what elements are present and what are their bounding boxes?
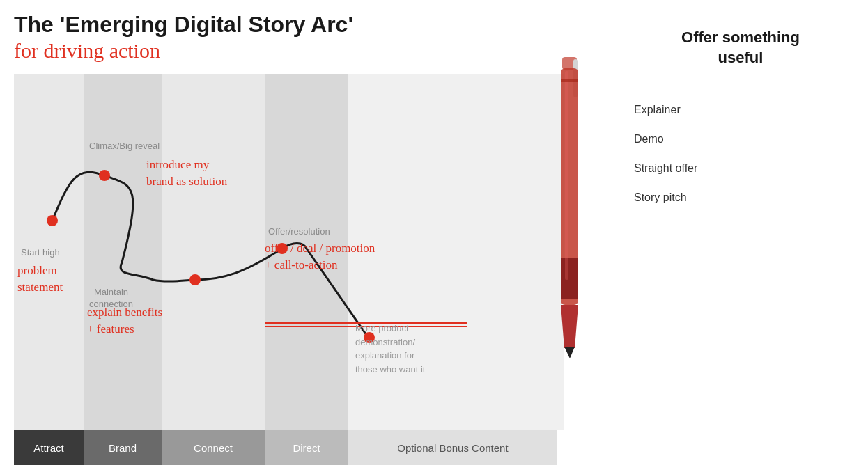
svg-point-2	[189, 274, 201, 285]
annotation-explain: explain benefits+ features	[87, 304, 162, 338]
annotation-more-product: More productdemonstration/explanation fo…	[355, 322, 425, 376]
chart-area: Start high problemstatement Climax/Big r…	[14, 74, 557, 465]
svg-rect-12	[561, 79, 578, 82]
pen-svg	[547, 56, 592, 390]
offer-list: Explainer Demo Straight offer Story pitc…	[634, 95, 847, 212]
bar-attract: Attract	[14, 430, 84, 465]
offer-item-explainer: Explainer	[634, 95, 847, 125]
offer-item-straight: Straight offer	[634, 154, 847, 183]
bar-direct: Direct	[265, 430, 348, 465]
svg-rect-8	[561, 258, 578, 299]
main-title: The 'Emerging Digital Story Arc'	[14, 13, 557, 37]
sub-title: for driving action	[14, 37, 557, 64]
pen-container	[547, 56, 596, 390]
offer-title: Offer somethinguseful	[634, 28, 847, 68]
svg-marker-10	[564, 347, 575, 358]
annotation-introduce: introduce mybrand as solution	[146, 157, 227, 190]
offer-item-demo: Demo	[634, 125, 847, 154]
offer-item-story: Story pitch	[634, 183, 847, 212]
title-block: The 'Emerging Digital Story Arc' for dri…	[14, 13, 557, 64]
annotation-offer-res: Offer/resolution	[268, 226, 330, 238]
svg-rect-11	[565, 71, 568, 280]
annotation-climax: Climax/Big reveal	[89, 141, 160, 152]
bar-connect: Connect	[162, 430, 265, 465]
bar-brand: Brand	[84, 430, 162, 465]
svg-marker-9	[561, 305, 578, 348]
bar-optional: Optional Bonus Content	[348, 430, 557, 465]
right-section: Offer somethinguseful Explainer Demo Str…	[571, 0, 868, 465]
annotation-start-high: Start high	[21, 247, 60, 259]
svg-point-0	[47, 215, 58, 226]
annotation-offer-deal: offer / deal / promotion+ call-to-action	[265, 240, 375, 274]
left-section: The 'Emerging Digital Story Arc' for dri…	[0, 0, 571, 465]
bottom-bar: Attract Brand Connect Direct Optional Bo…	[14, 430, 557, 465]
main-container: The 'Emerging Digital Story Arc' for dri…	[0, 0, 868, 465]
svg-point-1	[99, 170, 110, 181]
annotation-problem: problemstatement	[17, 262, 63, 296]
